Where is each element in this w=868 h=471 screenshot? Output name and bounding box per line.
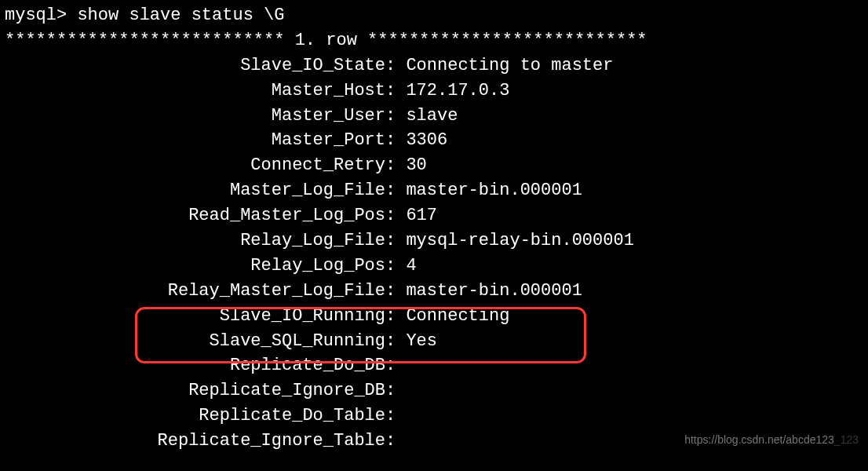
status-separator: : bbox=[385, 104, 406, 129]
prompt-space bbox=[67, 3, 77, 28]
status-value: master-bin.000001 bbox=[406, 279, 582, 304]
status-key: Replicate_Ignore_DB bbox=[5, 378, 385, 403]
status-key: Slave_SQL_Running bbox=[5, 329, 385, 354]
command-text: show slave status \G bbox=[77, 3, 284, 28]
status-separator: : bbox=[385, 254, 406, 279]
status-row: Replicate_Do_Table: bbox=[5, 403, 863, 429]
status-key: Relay_Master_Log_File bbox=[5, 279, 385, 304]
status-separator: : bbox=[385, 203, 406, 228]
status-value: Yes bbox=[406, 329, 437, 354]
status-row: Relay_Log_Pos: 4 bbox=[5, 254, 863, 279]
status-key: Master_Host bbox=[5, 78, 385, 104]
status-key: Relay_Log_File bbox=[5, 228, 385, 254]
mysql-prompt: mysql> bbox=[5, 3, 67, 28]
status-separator: : bbox=[385, 304, 406, 329]
status-separator: : bbox=[385, 378, 406, 403]
status-key: Master_Port bbox=[5, 128, 385, 153]
status-separator: : bbox=[385, 429, 406, 454]
status-fields: Slave_IO_State: Connecting to masterMast… bbox=[5, 53, 863, 454]
status-separator: : bbox=[385, 53, 406, 78]
status-value: master-bin.000001 bbox=[406, 178, 582, 203]
status-row: Master_User: slave bbox=[5, 104, 863, 129]
status-separator: : bbox=[385, 178, 406, 203]
status-value: Connecting bbox=[406, 304, 509, 329]
status-key: Master_Log_File bbox=[5, 178, 385, 203]
status-value: slave bbox=[406, 104, 458, 129]
status-separator: : bbox=[385, 279, 406, 304]
status-row: Slave_IO_State: Connecting to master bbox=[5, 53, 863, 78]
status-key: Master_User bbox=[5, 104, 385, 129]
status-separator: : bbox=[385, 329, 406, 354]
status-row: Read_Master_Log_Pos: 617 bbox=[5, 203, 863, 228]
status-row: Relay_Master_Log_File: master-bin.000001 bbox=[5, 279, 863, 304]
status-separator: : bbox=[385, 128, 406, 153]
watermark: https://blog.csdn.net/abcde123_123 bbox=[684, 432, 859, 447]
status-separator: : bbox=[385, 353, 406, 378]
status-separator: : bbox=[385, 403, 406, 429]
watermark-faint: _123 bbox=[834, 433, 859, 446]
status-value: 30 bbox=[406, 153, 426, 178]
status-row: Master_Host: 172.17.0.3 bbox=[5, 78, 863, 104]
status-key: Connect_Retry bbox=[5, 153, 385, 178]
status-value: 172.17.0.3 bbox=[406, 78, 509, 104]
status-value: 3306 bbox=[406, 128, 447, 153]
status-key: Replicate_Do_Table bbox=[5, 403, 385, 429]
status-value: 617 bbox=[406, 203, 437, 228]
status-row: Slave_SQL_Running: Yes bbox=[5, 329, 863, 354]
status-value: 4 bbox=[406, 254, 416, 279]
status-row: Relay_Log_File: mysql-relay-bin.000001 bbox=[5, 228, 863, 254]
status-key: Slave_IO_State bbox=[5, 53, 385, 78]
status-key: Slave_IO_Running bbox=[5, 304, 385, 329]
terminal-prompt-line[interactable]: mysql> show slave status \G bbox=[5, 3, 863, 28]
status-separator: : bbox=[385, 153, 406, 178]
row-header: *************************** 1. row *****… bbox=[5, 28, 863, 53]
watermark-main: https://blog.csdn.net/abcde123 bbox=[684, 433, 834, 446]
status-row: Slave_IO_Running: Connecting bbox=[5, 304, 863, 329]
status-key: Read_Master_Log_Pos bbox=[5, 203, 385, 228]
status-row: Master_Log_File: master-bin.000001 bbox=[5, 178, 863, 203]
status-key: Replicate_Do_DB bbox=[5, 353, 385, 378]
status-key: Replicate_Ignore_Table bbox=[5, 429, 385, 454]
status-row: Connect_Retry: 30 bbox=[5, 153, 863, 178]
status-row: Master_Port: 3306 bbox=[5, 128, 863, 153]
status-separator: : bbox=[385, 228, 406, 254]
status-row: Replicate_Do_DB: bbox=[5, 353, 863, 378]
status-value: Connecting to master bbox=[406, 53, 613, 78]
status-key: Relay_Log_Pos bbox=[5, 254, 385, 279]
status-separator: : bbox=[385, 78, 406, 104]
status-value: mysql-relay-bin.000001 bbox=[406, 228, 633, 254]
status-row: Replicate_Ignore_DB: bbox=[5, 378, 863, 403]
